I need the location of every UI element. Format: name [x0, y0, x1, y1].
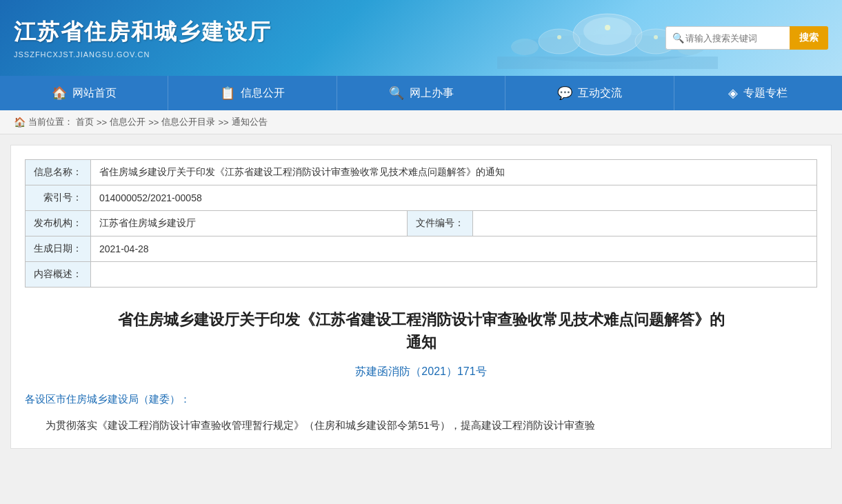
search-form: 🔍 搜索 [665, 26, 828, 50]
nav-online-label: 网上办事 [410, 86, 454, 101]
breadcrumb-current-label: 当前位置： [28, 116, 73, 128]
table-value-title: 省住房城乡建设厅关于印发《江苏省建设工程消防设计审查验收常见技术难点问题解答》的… [91, 160, 817, 185]
table-label-summary: 内容概述： [26, 262, 91, 288]
info-table: 信息名称： 省住房城乡建设厅关于印发《江苏省建设工程消防设计审查验收常见技术难点… [25, 159, 817, 288]
breadcrumb-separator3: >> [218, 117, 228, 128]
site-title-en: JSSZFHCXJST.JIANGSU.GOV.CN [14, 50, 272, 59]
table-value-fileno [473, 211, 817, 236]
article-title: 省住房城乡建设厅关于印发《江苏省建设工程消防设计审查验收常见技术难点问题解答》的… [25, 308, 817, 354]
table-row-title: 信息名称： 省住房城乡建设厅关于印发《江苏省建设工程消防设计审查验收常见技术难点… [26, 160, 817, 185]
page-header: 江苏省住房和城乡建设厅 JSSZFHCXJST.JIANGSU.GOV.CN 🔍 [0, 0, 842, 76]
info-icon: 📋 [220, 85, 235, 101]
main-content: 信息名称： 省住房城乡建设厅关于印发《江苏省建设工程消防设计审查验收常见技术难点… [10, 145, 832, 449]
nav-info-label: 信息公开 [241, 86, 285, 101]
main-navigation: 🏠 网站首页 📋 信息公开 🔍 网上办事 💬 互动交流 ◈ 专题专栏 [0, 76, 842, 110]
table-value-org: 江苏省住房城乡建设厅 [91, 211, 408, 236]
svg-point-10 [654, 35, 658, 39]
breadcrumb-home-icon: 🏠 [14, 117, 26, 128]
table-label-title: 信息名称： [26, 160, 91, 185]
breadcrumb-separator2: >> [148, 117, 159, 128]
svg-point-5 [511, 39, 539, 55]
search-icon: 🔍 [672, 32, 684, 43]
search-input[interactable] [665, 26, 790, 50]
nav-home-label: 网站首页 [72, 86, 117, 101]
table-label-index: 索引号： [26, 185, 91, 211]
svg-point-2 [583, 17, 632, 45]
article-recipients: 各设区市住房城乡建设局（建委）： [25, 393, 817, 406]
site-logo: 江苏省住房和城乡建设厅 JSSZFHCXJST.JIANGSU.GOV.CN [14, 17, 272, 59]
breadcrumb-notice-link[interactable]: 通知公告 [232, 116, 268, 128]
breadcrumb: 🏠 当前位置： 首页 >> 信息公开 >> 信息公开目录 >> 通知公告 [0, 110, 842, 134]
nav-info[interactable]: 📋 信息公开 [168, 76, 337, 110]
svg-point-8 [605, 25, 610, 30]
svg-rect-7 [497, 57, 718, 69]
breadcrumb-home-link[interactable]: 首页 [76, 116, 94, 128]
special-icon: ◈ [728, 85, 738, 101]
nav-interact-label: 互动交流 [578, 86, 622, 101]
nav-online[interactable]: 🔍 网上办事 [337, 76, 505, 110]
table-value-index: 014000052/2021-00058 [91, 185, 817, 211]
table-row-index: 索引号： 014000052/2021-00058 [26, 185, 817, 211]
table-row-summary: 内容概述： [26, 262, 817, 288]
table-label-org: 发布机构： [26, 211, 91, 236]
article-subtitle: 苏建函消防（2021）171号 [25, 365, 817, 379]
breadcrumb-info-link[interactable]: 信息公开 [110, 116, 146, 128]
nav-special[interactable]: ◈ 专题专栏 [674, 76, 842, 110]
site-title-cn: 江苏省住房和城乡建设厅 [14, 17, 272, 48]
nav-interact[interactable]: 💬 互动交流 [505, 76, 674, 110]
table-row-date: 生成日期： 2021-04-28 [26, 236, 817, 262]
nav-home[interactable]: 🏠 网站首页 [0, 76, 168, 110]
svg-point-3 [539, 29, 580, 54]
breadcrumb-separator: >> [97, 117, 107, 128]
online-icon: 🔍 [389, 85, 404, 101]
interact-icon: 💬 [557, 85, 572, 101]
home-icon: 🏠 [52, 85, 67, 101]
table-label-fileno: 文件编号： [408, 211, 473, 236]
table-value-summary [91, 262, 817, 288]
nav-special-label: 专题专栏 [743, 86, 788, 101]
header-building-image [272, 7, 718, 69]
table-row-org: 发布机构： 江苏省住房城乡建设厅 文件编号： [26, 211, 817, 236]
search-button[interactable]: 搜索 [790, 26, 828, 50]
svg-point-9 [557, 35, 561, 39]
table-value-date: 2021-04-28 [91, 236, 817, 262]
table-label-date: 生成日期： [26, 236, 91, 262]
article-body: 为贯彻落实《建设工程消防设计审查验收管理暂行规定》（住房和城乡建设部令第51号）… [25, 416, 817, 434]
breadcrumb-catalog-link[interactable]: 信息公开目录 [161, 116, 215, 128]
